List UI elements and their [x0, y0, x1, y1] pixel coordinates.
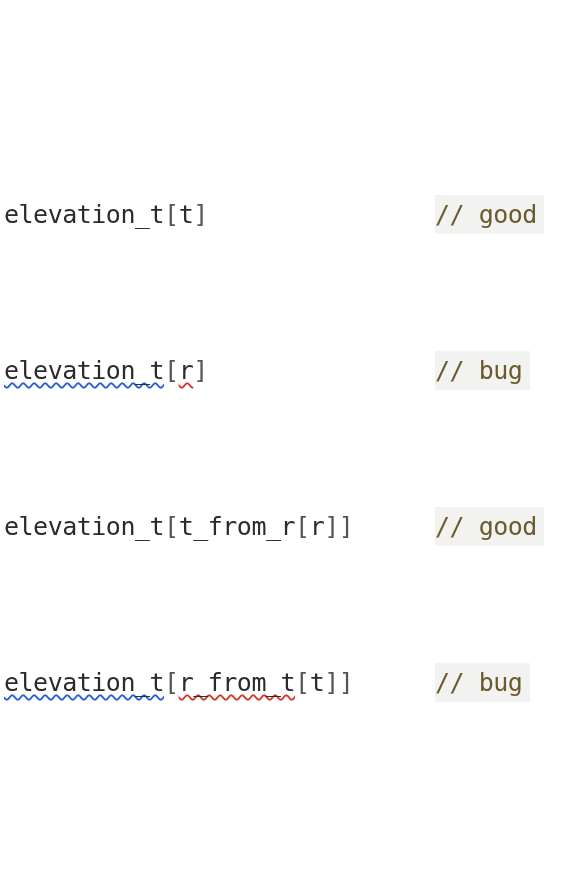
code-line: elevation_t[t] // good — [0, 195, 562, 234]
code-text: elevation_t[t] — [4, 195, 208, 234]
blank-line — [0, 780, 562, 819]
code-text: elevation_t[t_from_r[r]] — [4, 507, 353, 546]
comment-bug: // bug — [435, 663, 530, 702]
code-line: elevation_t[t_from_r[r]] // good — [0, 507, 562, 546]
code-line: elevation_t[r_from_t[t]] // bug — [0, 663, 562, 702]
code-text: elevation_t[r] — [4, 351, 208, 390]
comment-good: // good — [435, 507, 544, 546]
code-line: elevation_t[r] // bug — [0, 351, 562, 390]
comment-good: // good — [435, 195, 544, 234]
code-text: elevation_t[r_from_t[t]] — [4, 663, 353, 702]
comment-bug: // bug — [435, 351, 530, 390]
